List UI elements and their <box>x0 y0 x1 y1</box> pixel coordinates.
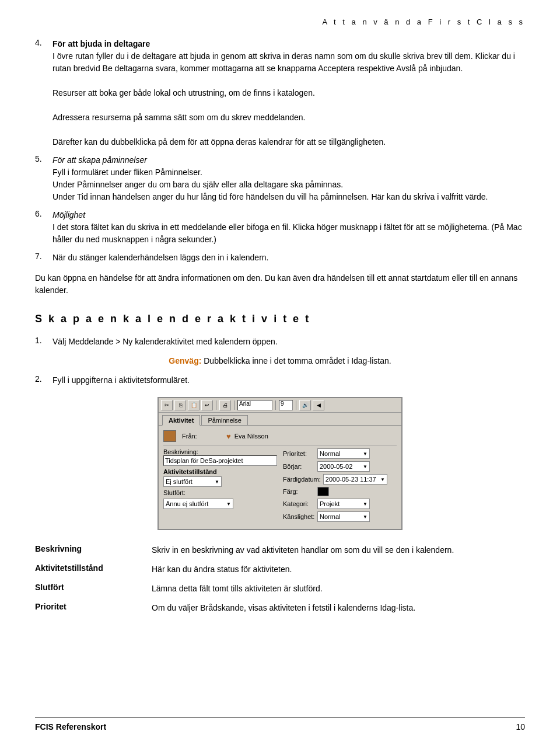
shortcut-label: Genväg: <box>169 356 201 365</box>
toolbar-italic-btn[interactable]: ◀ <box>313 400 324 410</box>
toolbar-print-btn[interactable]: 🖨 <box>219 400 231 410</box>
toolbar-font-select[interactable]: Arial <box>237 400 272 410</box>
footer-left: FCIS Referenskort <box>35 722 106 731</box>
section-7-content: När du stänger kalenderhändelsen läggs d… <box>52 252 525 264</box>
footer-right: 10 <box>516 722 525 731</box>
def-row-2: Slutfört Lämna detta fält tomt tills akt… <box>35 583 525 595</box>
category-arrow: ▼ <box>363 501 368 507</box>
section-4-number: 4. <box>35 38 52 148</box>
def-desc-3: Om du väljer Brådskande, visas aktivitet… <box>152 602 525 614</box>
color-row: Färg: <box>283 487 397 496</box>
section-4-para3: Adressera resurserna på samma sätt som o… <box>52 113 305 122</box>
section-heading: S k a p a e n k a l e n d e r a k t i v … <box>35 313 525 325</box>
status-label: Aktivitetstillstånd <box>163 468 277 475</box>
dialog-two-col: Beskrivning: Aktivitetstillstånd Ej slut… <box>163 448 397 524</box>
sensitivity-arrow: ▼ <box>363 514 368 520</box>
shortcut-block: Genväg: Dubbelklicka inne i det tomma om… <box>35 355 525 367</box>
page-footer: FCIS Referenskort 10 <box>35 717 525 731</box>
toolbar-cut-btn[interactable]: ✂ <box>161 400 173 410</box>
section-4-para1: I övre rutan fyller du i de deltagare at… <box>52 51 515 73</box>
def-term-3: Prioritet <box>35 602 152 614</box>
priority-row: Prioritet: Normal ▼ <box>283 448 397 459</box>
color-swatch[interactable] <box>317 487 329 496</box>
person-icon: ♥ <box>226 432 231 441</box>
section-4-content: För att bjuda in deltagare I övre rutan … <box>52 38 525 148</box>
dialog-right-col: Prioritet: Normal ▼ Börjar: 2000-05-02 <box>283 448 397 524</box>
tab-aktivitet[interactable]: Aktivitet <box>162 415 200 426</box>
closing-para: Du kan öppna en händelse för att ändra i… <box>35 272 525 297</box>
dialog-box: ✂ ⎘ 📋 ↩ 🖨 Arial 9 🔊 ◀ Aktivitet Påminnel… <box>158 397 402 530</box>
section-5: 5. För att skapa påminnelser Fyll i form… <box>35 154 525 203</box>
section-5-title: För att skapa påminnelser <box>52 155 147 165</box>
category-dropdown[interactable]: Projekt ▼ <box>317 499 370 509</box>
toolbar-size-input[interactable]: 9 <box>279 400 293 410</box>
dialog-toolbar: ✂ ⎘ 📋 ↩ 🖨 Arial 9 🔊 ◀ <box>159 398 401 413</box>
start-row: Börjar: 2000-05-02 ▼ <box>283 461 397 472</box>
section-5-content: För att skapa påminnelser Fyll i formulä… <box>52 154 525 203</box>
status-arrow: ▼ <box>215 479 219 485</box>
section-5-para3: Under Tid innan händelsen anger du hur l… <box>52 192 369 201</box>
toolbar-separator-4 <box>296 400 296 410</box>
section-7-number: 7. <box>35 252 52 264</box>
section-5-number: 5. <box>35 154 52 203</box>
toolbar-paste-btn[interactable]: 📋 <box>188 400 200 410</box>
sensitivity-row: Känslighet: Normal ▼ <box>283 511 397 522</box>
done-row: Slutfört: <box>163 489 277 496</box>
toolbar-bold-btn[interactable]: 🔊 <box>299 400 311 410</box>
definitions-section: Beskrivning Skriv in en beskrivning av v… <box>35 544 525 614</box>
status-dropdown[interactable]: Ej slutfört ▼ <box>163 476 222 487</box>
color-label: Färg: <box>283 488 315 495</box>
done-date-row: Färdigdatum: 2000-05-23 11:37 ▼ <box>283 474 397 485</box>
section-4-para4: Därefter kan du dubbelklicka på dem för … <box>52 137 386 147</box>
def-desc-2: Lämna detta fält tomt tills aktiviteten … <box>152 583 525 595</box>
step-1: 1. Välj Meddelande > Ny kalenderaktivite… <box>35 336 525 348</box>
toolbar-separator-3 <box>275 400 276 410</box>
done-dropdown[interactable]: Ännu ej slutfört ▼ <box>163 499 233 509</box>
activity-icon <box>163 430 176 442</box>
def-row-1: Aktivitetstillstånd Här kan du ändra sta… <box>35 563 525 576</box>
category-row: Kategori: Projekt ▼ <box>283 499 397 509</box>
section-6-para1: I det stora fältet kan du skriva in ett … <box>52 222 522 244</box>
priority-arrow: ▼ <box>363 451 368 457</box>
def-desc-1: Här kan du ändra status för aktiviteten. <box>152 563 525 576</box>
section-7: 7. När du stänger kalenderhändelsen lägg… <box>35 252 525 264</box>
step-1-number: 1. <box>35 336 52 348</box>
done-date-label: Färdigdatum: <box>283 476 321 483</box>
done-arrow: ▼ <box>226 501 231 507</box>
section-7-text: När du stänger kalenderhändelsen läggs d… <box>52 253 268 262</box>
section-5-para4: Här kan du skriva i valfritt värde. <box>371 192 488 201</box>
sensitivity-dropdown[interactable]: Normal ▼ <box>317 511 370 522</box>
sensitivity-label: Känslighet: <box>283 513 315 520</box>
priority-dropdown[interactable]: Normal ▼ <box>317 448 370 459</box>
desc-label: Beskrivning: <box>163 448 277 455</box>
def-row-0: Beskrivning Skriv in en beskrivning av v… <box>35 544 525 556</box>
page-header-title: A t t a n v ä n d a F i r s t C l a s s <box>35 18 525 26</box>
from-name: Eva Nilsson <box>235 433 268 440</box>
toolbar-copy-btn[interactable]: ⎘ <box>174 400 186 410</box>
section-4: 4. För att bjuda in deltagare I övre rut… <box>35 38 525 148</box>
def-row-3: Prioritet Om du väljer Brådskande, visas… <box>35 602 525 614</box>
toolbar-undo-btn[interactable]: ↩ <box>201 400 213 410</box>
start-dropdown[interactable]: 2000-05-02 ▼ <box>317 461 370 472</box>
category-value: Projekt <box>320 500 340 507</box>
section-6-title: Möjlighet <box>52 210 85 220</box>
done-value-row: Ännu ej slutfört ▼ <box>163 499 277 509</box>
step-2-number: 2. <box>35 374 52 386</box>
priority-value: Normal <box>320 450 340 457</box>
done-date-dropdown[interactable]: 2000-05-23 11:37 ▼ <box>323 474 387 485</box>
sensitivity-value: Normal <box>320 513 340 520</box>
section-4-para2: Resurser att boka ger både lokal och utr… <box>52 88 315 97</box>
def-desc-0: Skriv in en beskrivning av vad aktivitet… <box>152 544 525 556</box>
step-2-text: Fyll i uppgifterna i aktivitetsformuläre… <box>52 374 525 386</box>
section-4-title: För att bjuda in deltagare <box>52 39 150 48</box>
desc-input[interactable] <box>163 455 277 466</box>
tab-paminnelse[interactable]: Påminnelse <box>201 415 247 425</box>
desc-row: Beskrivning: <box>163 448 277 466</box>
def-term-2: Slutfört <box>35 583 152 595</box>
dialog-left-col: Beskrivning: Aktivitetstillstånd Ej slut… <box>163 448 277 524</box>
dialog-wrapper: ✂ ⎘ 📋 ↩ 🖨 Arial 9 🔊 ◀ Aktivitet Påminnel… <box>35 397 525 530</box>
done-value: Ännu ej slutfört <box>166 500 208 507</box>
status-value: Ej slutfört <box>166 478 192 485</box>
section-5-para1: Fyll i formuläret under fliken Påminnels… <box>52 168 202 177</box>
start-label: Börjar: <box>283 463 315 470</box>
